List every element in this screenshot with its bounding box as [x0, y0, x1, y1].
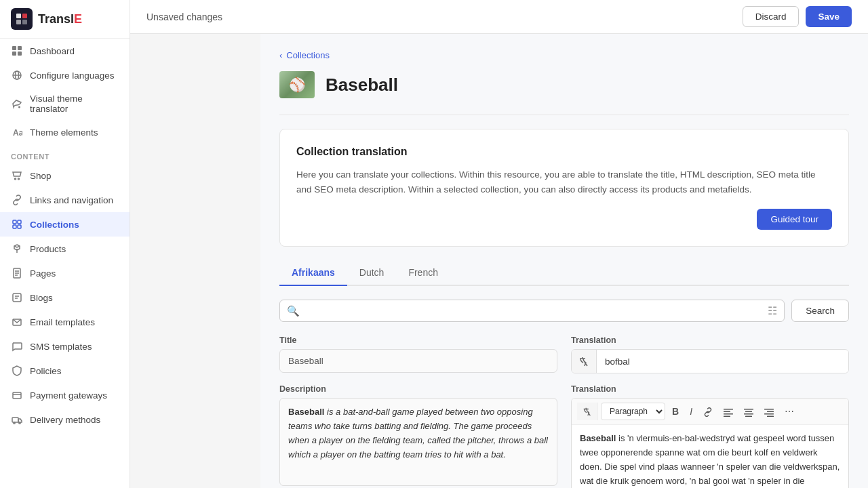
- topbar-actions: Discard Save: [743, 6, 852, 27]
- title-translation-row: Title Translation: [279, 336, 849, 373]
- shop-icon: [11, 169, 23, 182]
- sidebar-item-shop-label: Shop: [30, 171, 52, 181]
- sidebar-item-links-and-navigation[interactable]: Links and navigation: [0, 188, 130, 212]
- search-button[interactable]: Search: [791, 300, 849, 322]
- svg-rect-36: [744, 409, 753, 410]
- description-rich-editor: Paragraph Heading 1 Heading 2 B I: [571, 398, 849, 488]
- svg-rect-42: [764, 413, 774, 415]
- bold-button[interactable]: B: [668, 403, 683, 420]
- sidebar-item-delivery-methods[interactable]: Delivery methods: [0, 407, 130, 432]
- sidebar-item-payment-gateways[interactable]: Payment gateways: [0, 383, 130, 407]
- align-left-button[interactable]: [719, 403, 737, 420]
- description-field-group: Description Baseball is a bat-and-ball g…: [279, 384, 557, 488]
- product-icon: [11, 243, 23, 255]
- translate-icon: [572, 350, 597, 373]
- main-content: ‹ Collections ⚾ Baseball Collection tran…: [260, 34, 868, 488]
- sidebar-item-policies[interactable]: Policies: [0, 359, 130, 383]
- topbar: Unsaved changes Discard Save: [130, 0, 868, 34]
- logo-icon: [11, 8, 33, 30]
- sidebar-item-sms-templates[interactable]: SMS templates: [0, 334, 130, 359]
- title-translation-group: Translation: [571, 336, 849, 373]
- breadcrumb-label: Collections: [286, 50, 330, 60]
- tab-afrikaans[interactable]: Afrikaans: [279, 260, 347, 286]
- unsaved-changes-label: Unsaved changes: [146, 12, 222, 22]
- collection-translation-card: Collection translation Here you can tran…: [279, 129, 849, 247]
- tab-french[interactable]: French: [396, 260, 450, 286]
- sidebar-item-configure-languages[interactable]: Configure languages: [0, 63, 130, 87]
- description-translation-label: Translation: [571, 384, 849, 394]
- title-field-group: Title: [279, 336, 557, 373]
- blog-icon: [11, 291, 23, 304]
- svg-point-31: [19, 422, 20, 424]
- sidebar-item-visual-theme-translator-label: Visual theme translator: [30, 94, 119, 114]
- guided-tour-button[interactable]: Guided tour: [757, 209, 832, 230]
- sidebar: TranslE Dashboard Configure languages Vi…: [0, 0, 130, 488]
- italic-button[interactable]: I: [686, 403, 696, 420]
- sidebar-item-theme-elements-label: Theme elements: [30, 127, 98, 138]
- sidebar-item-products[interactable]: Products: [0, 237, 130, 261]
- title-translation-label: Translation: [571, 336, 849, 345]
- sidebar-item-links-and-navigation-label: Links and navigation: [30, 195, 113, 205]
- tab-dutch[interactable]: Dutch: [347, 260, 397, 286]
- link-icon: [11, 194, 23, 206]
- sidebar-item-visual-theme-translator[interactable]: Visual theme translator: [0, 87, 130, 120]
- svg-point-13: [15, 178, 16, 180]
- align-right-button[interactable]: [760, 403, 778, 420]
- svg-point-11: [18, 106, 20, 108]
- svg-rect-41: [767, 411, 774, 413]
- svg-point-30: [14, 422, 15, 424]
- description-field-content: Baseball is a bat-and-ball game played b…: [279, 398, 557, 486]
- sidebar-item-delivery-methods-label: Delivery methods: [30, 415, 100, 425]
- more-options-button[interactable]: ⋯: [781, 403, 798, 420]
- type-icon: Aa: [11, 126, 23, 138]
- sidebar-item-pages-label: Pages: [30, 268, 56, 279]
- svg-rect-15: [13, 220, 16, 224]
- sidebar-item-email-templates[interactable]: Email templates: [0, 310, 130, 334]
- svg-rect-34: [724, 413, 733, 415]
- save-button[interactable]: Save: [806, 6, 852, 27]
- card-description: Here you can translate your collections.…: [296, 167, 832, 197]
- description-translation-row: Description Baseball is a bat-and-ball g…: [279, 384, 849, 488]
- title-translation-input[interactable]: [597, 350, 848, 373]
- description-translation-content[interactable]: Baseball is 'n vlermuis-en-bal-wedstryd …: [572, 425, 848, 488]
- discard-button[interactable]: Discard: [743, 6, 800, 27]
- sidebar-item-pages[interactable]: Pages: [0, 261, 130, 285]
- svg-rect-18: [18, 225, 21, 228]
- delivery-icon: [11, 413, 23, 426]
- sidebar-item-shop[interactable]: Shop: [0, 163, 130, 188]
- sms-icon: [11, 340, 23, 352]
- search-input[interactable]: [305, 300, 762, 321]
- sidebar-item-collections[interactable]: Collections: [0, 212, 130, 237]
- logo: TranslE: [0, 0, 130, 39]
- search-input-wrap: 🔍 ☷: [279, 300, 785, 322]
- svg-rect-0: [16, 14, 21, 18]
- content-section-label: CONTENT: [0, 144, 130, 163]
- collection-image: ⚾: [279, 71, 315, 98]
- card-title: Collection translation: [296, 146, 832, 158]
- breadcrumb-chevron: ‹: [279, 50, 282, 60]
- sidebar-item-email-templates-label: Email templates: [30, 317, 95, 327]
- page-header: ⚾ Baseball: [279, 71, 849, 98]
- search-icon: 🔍: [287, 305, 300, 317]
- rich-translate-icon: [577, 403, 598, 420]
- translation-bold-text: Baseball: [580, 433, 616, 443]
- title-field-label: Title: [279, 336, 557, 345]
- globe-icon: [11, 69, 23, 81]
- svg-rect-39: [745, 416, 752, 418]
- link-button[interactable]: [699, 403, 717, 420]
- svg-text:Aa: Aa: [13, 128, 22, 138]
- svg-point-14: [18, 178, 20, 180]
- email-icon: [11, 316, 23, 328]
- dashboard-icon: [11, 45, 23, 57]
- paragraph-select[interactable]: Paragraph Heading 1 Heading 2: [601, 403, 665, 420]
- sidebar-item-dashboard[interactable]: Dashboard: [0, 39, 130, 63]
- breadcrumb[interactable]: ‹ Collections: [279, 50, 849, 60]
- description-rest-text: is a bat-and-ball game played between tw…: [288, 407, 548, 459]
- grid-toggle-icon[interactable]: ☷: [768, 304, 777, 317]
- sidebar-item-blogs[interactable]: Blogs: [0, 285, 130, 310]
- sidebar-item-theme-elements[interactable]: Aa Theme elements: [0, 120, 130, 144]
- svg-rect-3: [22, 20, 27, 24]
- svg-rect-4: [12, 46, 16, 50]
- svg-rect-5: [18, 46, 22, 50]
- align-center-button[interactable]: [740, 403, 757, 420]
